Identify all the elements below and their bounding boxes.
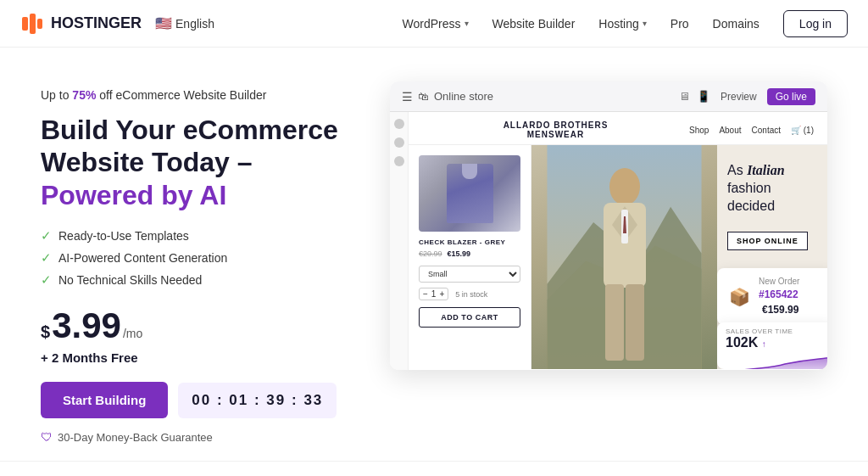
shop-online-button[interactable]: SHOP ONLINE <box>727 232 808 250</box>
shield-icon: 🛡 <box>41 430 53 444</box>
sales-value: 102K ↑ <box>726 335 827 350</box>
badge-highlight: 75% <box>72 88 96 102</box>
feature-3: ✓No Technical Skills Needed <box>41 272 363 288</box>
nav-pro[interactable]: Pro <box>670 17 689 31</box>
logo-text: HOSTINGER <box>51 14 142 32</box>
svg-rect-8 <box>605 284 624 361</box>
svg-rect-1 <box>30 14 36 34</box>
sidebar-icon <box>394 156 404 166</box>
check-icon: ✓ <box>41 228 52 244</box>
jacket-visual <box>419 155 520 232</box>
product-grid: CHECK BLAZER - GREY €20.99 €15.99 Small … <box>409 145 827 369</box>
nav-domains[interactable]: Domains <box>713 17 760 31</box>
product-price: €20.99 €15.99 <box>419 249 520 258</box>
qty-plus[interactable]: + <box>439 289 444 299</box>
store-nav-links: Shop About Contact 🛒 (1) <box>689 126 814 135</box>
qty-controls[interactable]: − 1 + <box>419 288 448 300</box>
preview-text: Preview <box>721 91 757 103</box>
check-icon: ✓ <box>41 250 52 266</box>
sales-card: SALES OVER TIME 102K ↑ <box>717 322 827 369</box>
order-number: #165422 <box>759 288 798 300</box>
logo[interactable]: HOSTINGER <box>20 12 142 36</box>
mobile-icon[interactable]: 📱 <box>697 90 710 103</box>
price-line: $ 3.99 /mo <box>41 308 363 344</box>
box-icon: 📦 <box>729 287 750 307</box>
chevron-down-icon: ▾ <box>465 19 469 28</box>
chevron-down-icon: ▾ <box>643 19 647 28</box>
order-price: €159.99 <box>762 304 798 316</box>
store-nav-shop[interactable]: Shop <box>689 126 709 135</box>
navbar: HOSTINGER 🇺🇸 English WordPress ▾ Website… <box>0 0 868 48</box>
check-icon: ✓ <box>41 272 52 288</box>
language-label: English <box>175 17 214 31</box>
nav-hosting[interactable]: Hosting ▾ <box>598 17 646 31</box>
product-card: CHECK BLAZER - GREY €20.99 €15.99 Small … <box>409 145 531 369</box>
cta-row: Start Building 00 : 01 : 39 : 33 <box>41 382 363 418</box>
store-brand: ALLARDO BROTHERS MENSWEAR <box>504 120 609 139</box>
order-number-price: #165422 €159.99 <box>759 286 824 316</box>
price-new: €15.99 <box>448 249 471 258</box>
nav-wordpress[interactable]: WordPress ▾ <box>403 17 469 31</box>
store-nav: ALLARDO BROTHERS MENSWEAR Shop About Con… <box>409 112 827 145</box>
countdown-timer: 00 : 01 : 39 : 33 <box>178 383 337 418</box>
jacket-shape <box>447 164 493 223</box>
free-months: + 2 Months Free <box>41 350 363 365</box>
logo-icon <box>20 12 44 36</box>
hero-right: ☰ 🛍 Online store 🖥 📱 Preview Go live <box>390 81 827 395</box>
sales-card-inner: SALES OVER TIME 102K ↑ <box>717 322 827 356</box>
url-label: Online store <box>434 90 493 103</box>
sidebar-icon <box>394 137 404 148</box>
desktop-icon[interactable]: 🖥 <box>679 90 690 103</box>
nav-left: HOSTINGER 🇺🇸 English <box>20 12 214 36</box>
feature-2: ✓AI-Powered Content Generation <box>41 250 363 266</box>
hero-title-accent: Powered by AI <box>41 180 226 210</box>
svg-rect-2 <box>37 19 42 29</box>
flag-icon: 🇺🇸 <box>155 15 172 31</box>
svg-rect-9 <box>626 284 644 361</box>
hero-title: Build Your eCommerceWebsite Today –Power… <box>41 114 363 211</box>
browser-mockup: ☰ 🛍 Online store 🖥 📱 Preview Go live <box>390 81 827 370</box>
fashion-headline: As Italian fashion decided <box>727 162 817 215</box>
store-nav-cart[interactable]: 🛒 (1) <box>791 126 814 135</box>
device-icons: 🖥 📱 <box>679 90 710 103</box>
center-photo-bg <box>531 145 717 369</box>
hero-section: Up to 75% off eCommerce Website Builder … <box>0 48 868 461</box>
order-label: New Order <box>759 277 824 286</box>
sales-chart <box>717 356 827 369</box>
store-fashion-panel: As Italian fashion decided SHOP ONLINE 📦… <box>717 145 827 369</box>
hamburger-icon: ☰ <box>402 90 413 104</box>
center-photo <box>531 145 717 369</box>
price-old: €20.99 <box>419 249 442 258</box>
hero-badge: Up to 75% off eCommerce Website Builder <box>41 88 363 102</box>
fashion-text: As Italian fashion decided <box>717 145 827 232</box>
qty-minus[interactable]: − <box>423 289 428 299</box>
store-sidebar <box>390 112 409 370</box>
order-info: New Order #165422 €159.99 <box>759 277 824 316</box>
hero-left: Up to 75% off eCommerce Website Builder … <box>41 81 363 444</box>
guarantee: 🛡 30-Day Money-Back Guarantee <box>41 430 363 444</box>
size-select[interactable]: Small Medium Large <box>419 266 520 283</box>
sales-arrow: ↑ <box>762 339 766 349</box>
store-nav-about[interactable]: About <box>719 126 741 135</box>
store-nav-contact[interactable]: Contact <box>752 126 781 135</box>
sales-label: SALES OVER TIME <box>726 328 827 335</box>
login-button[interactable]: Log in <box>783 10 848 37</box>
sales-chart-svg <box>717 356 827 369</box>
add-to-cart-button[interactable]: ADD TO CART <box>419 307 520 328</box>
qty-row: − 1 + 5 in stock <box>419 288 520 300</box>
feature-1: ✓Ready-to-Use Templates <box>41 228 363 244</box>
store-main: ALLARDO BROTHERS MENSWEAR Shop About Con… <box>409 112 827 370</box>
nav-links: WordPress ▾ Website Builder Hosting ▾ Pr… <box>403 10 848 37</box>
order-card: 📦 New Order #165422 €159.99 <box>717 268 827 325</box>
nav-website-builder[interactable]: Website Builder <box>492 17 576 31</box>
product-image <box>419 155 520 232</box>
in-stock: 5 in stock <box>455 290 487 299</box>
hero-features: ✓Ready-to-Use Templates ✓AI-Powered Cont… <box>41 228 363 288</box>
qty-value: 1 <box>431 289 437 299</box>
sidebar-icon <box>394 119 404 129</box>
start-building-button[interactable]: Start Building <box>41 382 168 418</box>
go-live-button[interactable]: Go live <box>767 88 815 105</box>
product-name: CHECK BLAZER - GREY <box>419 238 520 246</box>
language-selector[interactable]: 🇺🇸 English <box>155 15 214 31</box>
store-content: ALLARDO BROTHERS MENSWEAR Shop About Con… <box>390 112 827 370</box>
